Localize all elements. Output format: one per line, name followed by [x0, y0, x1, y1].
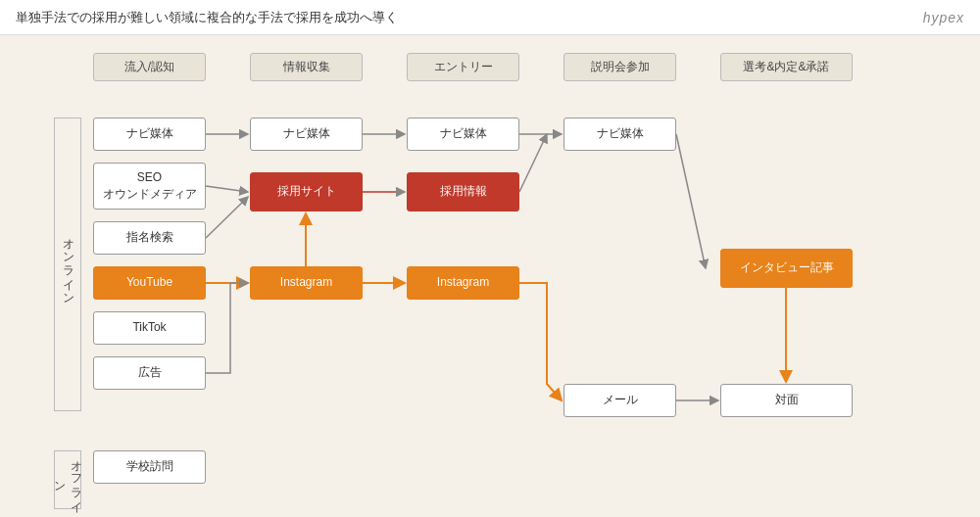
svg-line-11	[519, 134, 547, 192]
node-instagram-info: Instagram	[250, 266, 363, 300]
category-offline: オフライン	[54, 450, 81, 509]
logo: hypex	[923, 10, 964, 25]
node-gakko: 学校訪問	[93, 450, 206, 484]
svg-line-12	[676, 134, 706, 268]
node-tiktok: TikTok	[93, 311, 206, 345]
node-navi-setsumeikai: ナビ媒体	[564, 118, 676, 151]
node-navi-entry: ナビ媒体	[407, 118, 519, 151]
top-bar: 単独手法での採用が難しい領域に複合的な手法で採用を成功へ導く hypex	[0, 0, 980, 35]
node-mail: メール	[564, 384, 676, 417]
node-youtube: YouTube	[93, 266, 206, 300]
node-interview: インタビュー記事	[720, 249, 853, 288]
node-koukoku: 広告	[93, 356, 206, 390]
phase-header-1: 流入/認知	[93, 53, 206, 81]
svg-line-5	[206, 186, 248, 192]
phase-header-5: 選考&内定&承諾	[720, 53, 853, 81]
main-content: 流入/認知 情報収集 エントリー 説明会参加 選考&内定&承諾 オンライン オフ…	[0, 35, 980, 517]
node-navi-source: ナビ媒体	[93, 118, 206, 151]
node-meisho: 指名検索	[93, 221, 206, 255]
svg-line-6	[206, 197, 248, 238]
phase-header-2: 情報収集	[250, 53, 363, 81]
node-saiyou-info: 採用情報	[407, 172, 519, 212]
phase-header-3: エントリー	[407, 53, 519, 81]
category-online: オンライン	[54, 118, 81, 411]
page-title: 単独手法での採用が難しい領域に複合的な手法で採用を成功へ導く	[16, 9, 398, 26]
node-taimen: 対面	[720, 384, 853, 417]
node-navi-info: ナビ媒体	[250, 118, 363, 151]
phase-header-4: 説明会参加	[564, 53, 676, 81]
node-saiyou-site: 採用サイト	[250, 172, 363, 212]
node-instagram-entry: Instagram	[407, 266, 519, 300]
node-seo: SEOオウンドメディア	[93, 163, 206, 210]
